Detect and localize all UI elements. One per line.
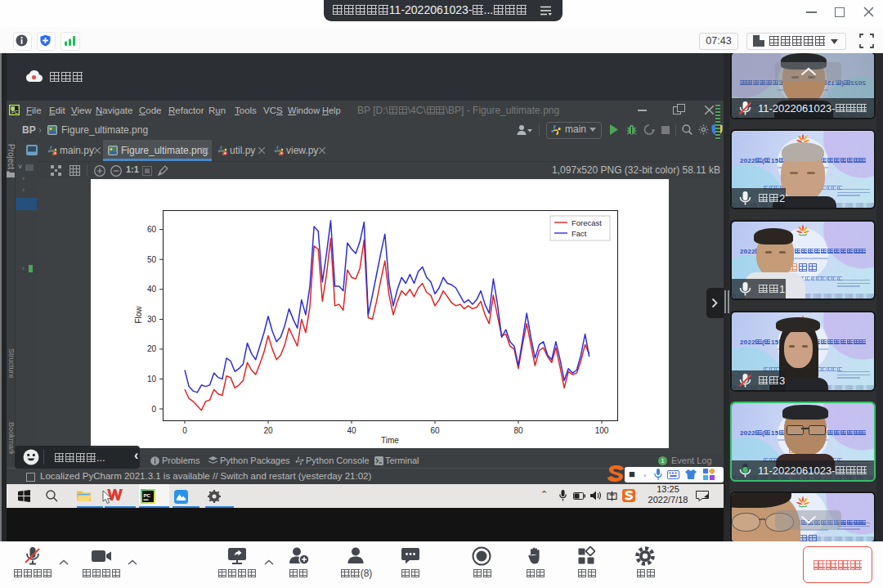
svg-text:80: 80	[513, 426, 523, 435]
svg-text:60: 60	[147, 225, 157, 234]
svg-text:30: 30	[147, 315, 157, 324]
svg-text:Fact: Fact	[571, 229, 587, 238]
svg-text:60: 60	[430, 426, 440, 435]
svg-text:0: 0	[182, 426, 187, 435]
svg-text:Time: Time	[381, 436, 399, 445]
svg-text:50: 50	[147, 255, 157, 264]
svg-text:0: 0	[151, 405, 156, 414]
svg-text:20: 20	[263, 426, 273, 435]
svg-text:40: 40	[347, 426, 356, 435]
svg-text:100: 100	[595, 426, 609, 435]
svg-text:10: 10	[147, 375, 157, 384]
svg-text:PC: PC	[143, 492, 150, 498]
svg-text:40: 40	[147, 285, 157, 294]
svg-text:Flow: Flow	[134, 306, 143, 324]
svg-text:Forecast: Forecast	[571, 218, 602, 227]
svg-text:20: 20	[147, 344, 157, 353]
svg-text:PC: PC	[11, 110, 18, 114]
